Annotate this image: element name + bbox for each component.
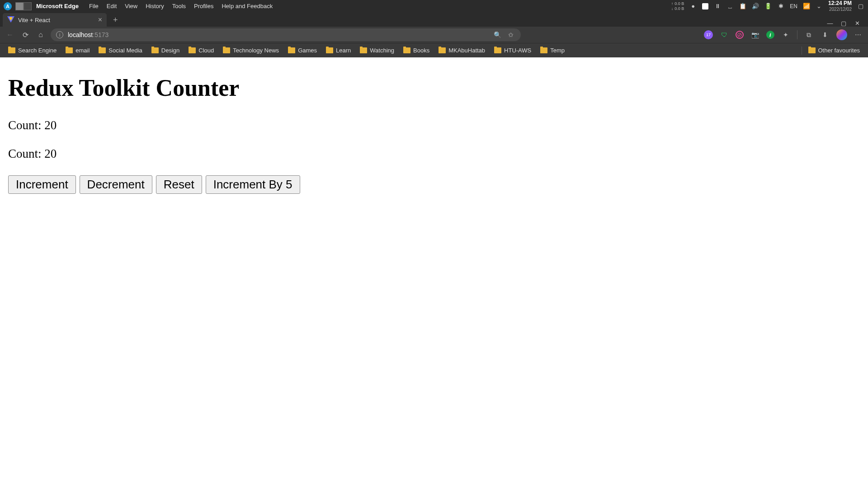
wifi-icon[interactable]: 📶 [803, 3, 810, 10]
zoom-icon[interactable]: 🔍 [493, 30, 502, 39]
folder-icon [326, 47, 333, 53]
bookmark-games[interactable]: Games [284, 45, 321, 56]
bookmark-temp[interactable]: Temp [537, 45, 568, 56]
folder-icon [403, 47, 410, 53]
menu-history[interactable]: History [142, 3, 168, 9]
favorite-icon[interactable]: ✩ [506, 30, 515, 39]
vite-favicon-icon [7, 16, 14, 23]
button-row: Increment Decrement Reset Increment By 5 [8, 175, 860, 194]
bookmark-watching[interactable]: Watching [356, 45, 398, 56]
pause-icon[interactable]: ⏸ [714, 3, 721, 10]
divider [797, 30, 797, 39]
bookmarks-bar: Search Engine email Social Media Design … [0, 43, 868, 57]
url-port: :5173 [93, 31, 108, 38]
workspace-switcher[interactable] [15, 2, 32, 10]
bookmark-tech-news[interactable]: Technology News [219, 45, 283, 56]
shield-icon[interactable]: 🛡 [719, 30, 729, 40]
folder-icon [540, 47, 547, 53]
address-bar: ← ⟳ ⌂ i localhost:5173 🔍 ✩ 17 🛡 ⊘ 📷 ⅈ ✦ … [0, 27, 868, 43]
menu-view[interactable]: View [121, 3, 142, 9]
tab-close-button[interactable]: × [98, 16, 102, 23]
more-menu-button[interactable]: ⋯ [854, 30, 863, 40]
chevron-down-icon[interactable]: ⌄ [816, 3, 823, 10]
blocker-icon[interactable]: ⊘ [736, 31, 744, 39]
folder-icon [151, 47, 159, 53]
screen-icon[interactable]: ▢ [857, 3, 864, 10]
folder-icon [66, 47, 73, 53]
extensions-icon[interactable]: ✦ [781, 30, 791, 40]
network-stats: ↑0.0 B ↓0.0 B [671, 2, 684, 11]
tray-app-icon[interactable] [702, 3, 708, 9]
bluetooth-icon[interactable]: ✱ [777, 3, 784, 10]
collections-icon[interactable]: ⧉ [804, 30, 814, 40]
site-info-icon[interactable]: i [56, 31, 63, 38]
menu-tools[interactable]: Tools [168, 3, 190, 9]
menu-edit[interactable]: Edit [103, 3, 121, 9]
bookmark-htu-aws[interactable]: HTU-AWS [491, 45, 535, 56]
menu-file[interactable]: File [85, 3, 103, 9]
extension-badge-icon[interactable]: 17 [704, 30, 713, 39]
menu-profiles[interactable]: Profiles [190, 3, 217, 9]
clock-date: 2022/12/02 [828, 7, 852, 12]
back-button[interactable]: ← [5, 29, 15, 40]
increment-button[interactable]: Increment [8, 175, 76, 194]
language-indicator[interactable]: EN [790, 3, 797, 9]
downloads-icon[interactable]: ⬇ [820, 30, 830, 40]
arch-logo-icon[interactable]: A [4, 2, 12, 10]
clock-time: 12:24 PM [828, 0, 852, 6]
count-display-2: Count: 20 [8, 147, 860, 161]
bookmark-design[interactable]: Design [148, 45, 183, 56]
new-tab-button[interactable]: + [108, 13, 123, 27]
bookmark-social-media[interactable]: Social Media [95, 45, 146, 56]
record-icon[interactable]: ● [689, 3, 697, 10]
maximize-button[interactable]: ▢ [840, 19, 847, 27]
profile-avatar[interactable] [836, 29, 847, 40]
clipboard-icon[interactable]: 📋 [739, 3, 746, 10]
terminal-icon[interactable]: ⎵ [726, 3, 734, 10]
folder-icon [189, 47, 196, 53]
folder-icon [8, 47, 15, 53]
reset-button[interactable]: Reset [156, 175, 202, 194]
other-favourites[interactable]: Other favourites [805, 45, 864, 56]
folder-icon [808, 47, 816, 53]
page-content: Redux Toolkit Counter Count: 20 Count: 2… [0, 57, 868, 203]
bookmark-search-engine[interactable]: Search Engine [5, 45, 60, 56]
folder-icon [99, 47, 106, 53]
bookmark-books[interactable]: Books [400, 45, 433, 56]
folder-icon [223, 47, 230, 53]
divider [802, 47, 802, 55]
folder-icon [288, 47, 295, 53]
clock[interactable]: 12:24 PM 2022/12/02 [828, 0, 852, 11]
bookmark-cloud[interactable]: Cloud [185, 45, 217, 56]
tab-title: Vite + React [18, 17, 94, 23]
tab-bar: Vite + React × + — ▢ ✕ [0, 12, 868, 27]
close-window-button[interactable]: ✕ [854, 19, 861, 27]
menu-help[interactable]: Help and Feedback [217, 3, 277, 9]
decrement-button[interactable]: Decrement [80, 175, 152, 194]
minimize-button[interactable]: — [826, 19, 834, 27]
count-display-1: Count: 20 [8, 118, 860, 132]
battery-icon[interactable]: 🔋 [764, 3, 772, 10]
password-manager-icon[interactable]: ⅈ [766, 31, 774, 39]
camera-icon[interactable]: 📷 [750, 30, 760, 40]
system-menubar: A Microsoft Edge File Edit View History … [0, 0, 868, 12]
increment-by-5-button[interactable]: Increment By 5 [206, 175, 300, 194]
home-button[interactable]: ⌂ [35, 29, 46, 40]
folder-icon [439, 47, 446, 53]
bookmark-learn[interactable]: Learn [322, 45, 354, 56]
active-app-name: Microsoft Edge [36, 3, 79, 9]
browser-tab[interactable]: Vite + React × [3, 13, 107, 27]
reload-button[interactable]: ⟳ [20, 29, 31, 40]
url-field[interactable]: i localhost:5173 🔍 ✩ [51, 28, 521, 41]
volume-icon[interactable]: 🔊 [752, 3, 759, 10]
folder-icon [360, 47, 367, 53]
bookmark-mkabuhattab[interactable]: MKAbuHattab [435, 45, 489, 56]
url-host: localhost [68, 31, 93, 38]
folder-icon [494, 47, 501, 53]
page-heading: Redux Toolkit Counter [8, 75, 860, 101]
bookmark-email[interactable]: email [62, 45, 93, 56]
